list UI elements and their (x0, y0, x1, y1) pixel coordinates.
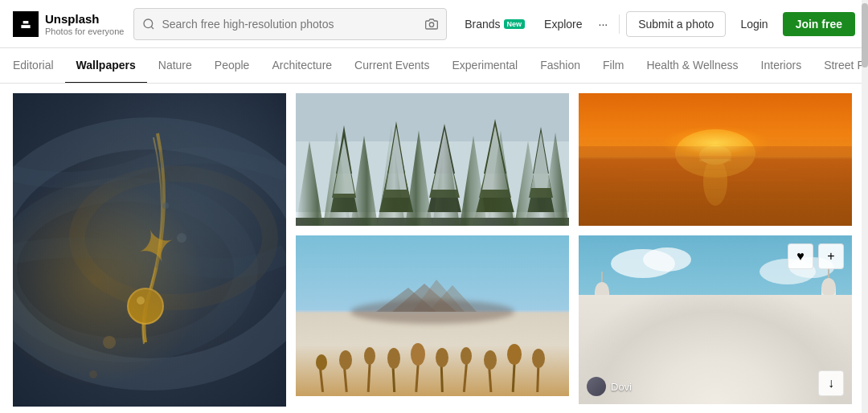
svg-point-53 (411, 343, 425, 366)
svg-rect-41 (296, 310, 569, 313)
svg-point-86 (623, 332, 679, 380)
photo-salt-flats (296, 235, 569, 396)
divider (619, 14, 620, 34)
svg-rect-38 (296, 218, 569, 226)
svg-point-13 (177, 233, 186, 243)
svg-rect-85 (671, 340, 760, 380)
svg-point-68 (675, 129, 755, 178)
svg-point-63 (316, 354, 327, 370)
list-item[interactable] (579, 93, 852, 226)
header: Unsplash Photos for everyone Brands New … (0, 0, 868, 48)
photo-actions: ♥ + (788, 243, 844, 269)
svg-point-11 (103, 336, 116, 349)
svg-point-55 (436, 348, 448, 367)
photo-col-3: ♥ + Dovi ↓ (579, 93, 852, 407)
join-button[interactable]: Join free (783, 12, 855, 36)
svg-rect-4 (13, 93, 286, 407)
tab-architecture[interactable]: Architecture (260, 48, 343, 84)
brands-button[interactable]: Brands New (457, 13, 533, 35)
svg-point-14 (162, 202, 169, 209)
explore-button[interactable]: Explore (536, 13, 590, 35)
logo-subtitle: Photos for everyone (45, 27, 124, 36)
svg-point-103 (609, 346, 628, 378)
svg-rect-67 (579, 157, 852, 226)
logo[interactable]: Unsplash Photos for everyone (13, 11, 124, 37)
tab-current-events[interactable]: Current Events (343, 48, 440, 84)
list-item[interactable] (13, 93, 286, 407)
download-button[interactable]: ↓ (818, 370, 844, 396)
svg-point-93 (595, 282, 609, 301)
download-icon: ↓ (828, 376, 834, 391)
svg-point-91 (729, 340, 758, 364)
svg-point-69 (699, 145, 731, 165)
svg-point-6 (13, 190, 246, 350)
svg-point-65 (532, 349, 545, 368)
svg-point-49 (364, 347, 375, 365)
svg-rect-77 (579, 156, 852, 159)
svg-point-61 (507, 344, 522, 365)
new-badge: New (504, 19, 526, 29)
svg-point-59 (484, 350, 497, 370)
tab-film[interactable]: Film (592, 48, 635, 84)
nav-tabs: Editorial Wallpapers Nature People Archi… (0, 48, 868, 84)
svg-point-1 (144, 19, 153, 28)
header-nav: Brands New Explore ··· Submit a photo Lo… (457, 11, 855, 37)
login-button[interactable]: Login (729, 12, 779, 36)
tab-people[interactable]: People (203, 48, 261, 84)
svg-rect-104 (809, 362, 812, 388)
heart-icon: ♥ (796, 249, 805, 264)
svg-point-100 (739, 357, 755, 379)
svg-point-3 (430, 22, 434, 27)
svg-rect-66 (579, 93, 852, 226)
search-input[interactable] (162, 18, 419, 31)
list-item[interactable] (296, 93, 569, 226)
tab-street-photography[interactable]: Street Photography (813, 48, 868, 84)
svg-line-2 (152, 27, 154, 29)
svg-point-57 (461, 347, 472, 365)
photo-author: Dovi (587, 377, 632, 396)
camera-icon[interactable] (425, 18, 438, 31)
photo-sunset (579, 93, 852, 226)
tab-nature[interactable]: Nature (147, 48, 203, 84)
tab-fashion[interactable]: Fashion (529, 48, 592, 84)
svg-point-10 (137, 296, 145, 305)
photo-grid: ♥ + Dovi ↓ (0, 84, 868, 413)
svg-point-7 (77, 174, 270, 302)
svg-point-51 (387, 348, 400, 369)
svg-point-105 (800, 345, 820, 377)
svg-rect-40 (296, 312, 569, 396)
photo-col-2 (296, 93, 569, 407)
svg-rect-71 (699, 157, 731, 162)
svg-rect-0 (18, 17, 33, 31)
tab-editorial[interactable]: Editorial (13, 48, 65, 84)
logo-text: Unsplash Photos for everyone (45, 12, 124, 36)
more-button[interactable]: ··· (594, 13, 613, 35)
logo-icon (13, 11, 39, 37)
photo-abstract (13, 93, 286, 407)
author-name: Dovi (611, 381, 632, 393)
svg-point-47 (339, 350, 352, 370)
add-to-collection-button[interactable]: + (818, 243, 844, 269)
list-item[interactable]: ♥ + Dovi ↓ (579, 235, 852, 404)
search-icon (142, 18, 155, 31)
tab-interiors[interactable]: Interiors (750, 48, 813, 84)
svg-point-12 (89, 370, 97, 378)
scrollbar-thumb[interactable] (862, 3, 868, 67)
list-item[interactable] (296, 235, 569, 396)
avatar-image (587, 377, 606, 396)
svg-rect-92 (595, 292, 609, 372)
svg-point-5 (13, 133, 286, 374)
submit-photo-button[interactable]: Submit a photo (626, 11, 726, 37)
search-bar (133, 8, 447, 40)
svg-rect-95 (821, 288, 836, 372)
svg-point-98 (703, 332, 727, 364)
tab-experimental[interactable]: Experimental (440, 48, 529, 84)
svg-point-70 (703, 157, 727, 206)
like-button[interactable]: ♥ (788, 243, 813, 269)
svg-point-8 (128, 288, 163, 324)
tab-wallpapers[interactable]: Wallpapers (65, 48, 147, 84)
svg-point-80 (643, 247, 691, 272)
svg-point-90 (673, 340, 702, 364)
tab-health-wellness[interactable]: Health & Wellness (635, 48, 749, 84)
scrollbar[interactable] (862, 0, 868, 413)
